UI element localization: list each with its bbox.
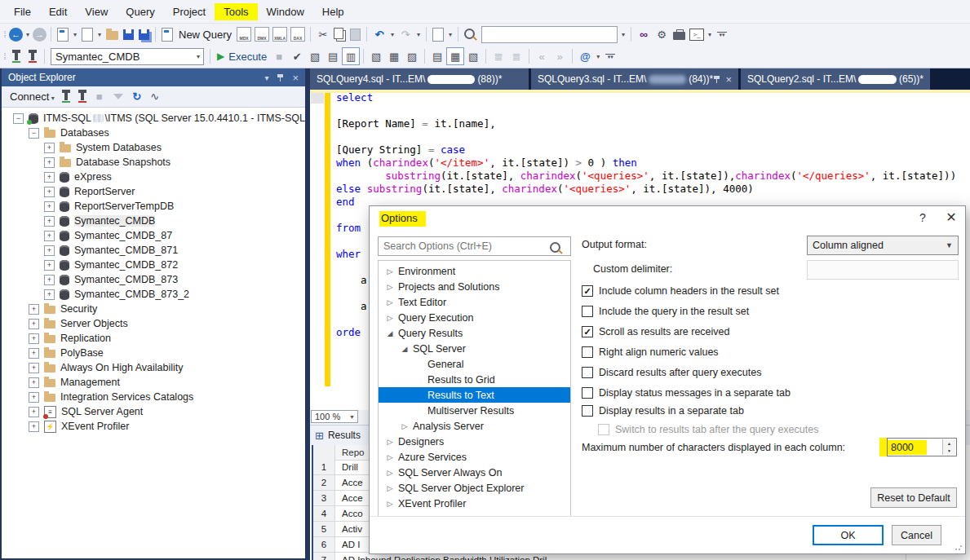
expander-icon[interactable]: + xyxy=(29,407,39,417)
options-tree-item-sql-server[interactable]: ◢SQL Server xyxy=(379,341,570,356)
tree-item-replication[interactable]: +Replication xyxy=(2,331,305,346)
spinner-buttons[interactable]: ▲▼ xyxy=(942,439,955,455)
expander-icon[interactable]: + xyxy=(44,143,55,153)
oe-disconnect-icon[interactable] xyxy=(81,93,84,100)
pin-icon[interactable] xyxy=(713,75,720,84)
tree-item-xevent-profiler[interactable]: +⚡XEvent Profiler xyxy=(2,419,305,434)
tree-item-always-on-high-availability[interactable]: +Always On High Availability xyxy=(2,360,305,375)
cancel-button[interactable]: Cancel xyxy=(892,525,941,545)
options-tree-item-azure-services[interactable]: ▷Azure Services xyxy=(379,449,570,465)
change-connection-icon[interactable] xyxy=(31,53,34,60)
vs-logo-icon[interactable]: ∞ xyxy=(635,25,653,43)
oe-stop-icon[interactable]: ■ xyxy=(91,88,109,106)
dax-query-icon[interactable]: DAX xyxy=(290,27,305,42)
document-tab-3[interactable]: SQLQuery2.sql - IT...EM\ (65))* xyxy=(741,68,930,90)
expander-icon[interactable]: + xyxy=(44,289,55,300)
results-to-text-icon[interactable]: ▤ xyxy=(428,47,446,65)
new-query-label[interactable]: New Query xyxy=(179,29,232,41)
options-search[interactable] xyxy=(378,236,571,256)
options-tree-item-query-execution[interactable]: ▷Query Execution xyxy=(379,310,570,325)
dmx-query-icon[interactable]: DMX xyxy=(255,27,269,42)
cancel-query-icon[interactable]: ■ xyxy=(270,47,288,65)
paste-icon[interactable] xyxy=(350,29,361,41)
expander-icon[interactable]: + xyxy=(44,245,55,256)
save-icon[interactable] xyxy=(123,29,134,40)
parse-icon[interactable]: ✔ xyxy=(288,47,306,65)
expander-icon[interactable]: + xyxy=(29,333,39,344)
outdent-icon[interactable]: « xyxy=(533,47,551,65)
tree-item-databases[interactable]: −Databases xyxy=(2,126,305,140)
resize-grip[interactable] xyxy=(954,543,963,551)
collapsed-arrow-icon[interactable]: ▷ xyxy=(385,469,395,477)
execute-button[interactable]: ▶Execute xyxy=(217,51,267,63)
expander-icon[interactable]: + xyxy=(29,363,39,373)
reset-to-default-button[interactable]: Reset to Default xyxy=(870,487,957,508)
undo-caret[interactable]: ▾ xyxy=(388,31,396,38)
checkbox-box[interactable] xyxy=(582,387,593,399)
expander-icon[interactable]: + xyxy=(44,157,55,168)
options-tree-item-environment[interactable]: ▷Environment xyxy=(379,263,570,279)
collapsed-arrow-icon[interactable]: ▷ xyxy=(385,500,395,508)
mdx-query-icon[interactable]: MDX xyxy=(237,27,251,42)
expander-icon[interactable]: + xyxy=(44,231,55,241)
spin-down-icon[interactable]: ▼ xyxy=(943,448,955,456)
expander-icon[interactable]: − xyxy=(13,113,24,124)
oe-connect-icon[interactable] xyxy=(64,93,68,100)
help-icon[interactable]: ? xyxy=(915,211,931,224)
open-file-icon[interactable] xyxy=(106,31,118,40)
expanded-arrow-icon[interactable]: ◢ xyxy=(400,345,410,353)
new-file-icon[interactable] xyxy=(57,28,69,42)
expander-icon[interactable]: + xyxy=(29,377,39,388)
menu-window[interactable]: Window xyxy=(258,3,313,20)
results-tab[interactable]: Results xyxy=(328,430,361,441)
sqlcmd-mode-icon[interactable]: @ xyxy=(576,47,594,65)
checkbox-box[interactable] xyxy=(582,346,593,358)
options-tree-item-analysis-server[interactable]: ▷Analysis Server xyxy=(379,418,570,434)
command-window-caret[interactable]: ▾ xyxy=(706,31,714,38)
database-combo[interactable]: Symantec_CMDB▾ xyxy=(51,48,204,65)
expander-icon[interactable]: + xyxy=(44,216,55,227)
document-tab-1[interactable]: SQLQuery4.sql - IT...EM\ (88))* xyxy=(310,68,529,90)
tree-item-symantec-cmdb-871[interactable]: +Symantec_CMDB_871 xyxy=(2,243,305,258)
toolbar-overflow-icon[interactable]: ▾▾ xyxy=(605,54,615,60)
collapsed-arrow-icon[interactable]: ▷ xyxy=(385,314,395,322)
checkbox-right-align-numeric-values[interactable]: Right align numeric values xyxy=(582,346,719,359)
toolbar-overflow-icon[interactable]: ▾▾ xyxy=(717,32,727,37)
undo-icon[interactable]: ↶ xyxy=(370,25,388,43)
query-options-icon[interactable]: ▤ xyxy=(324,47,342,65)
ok-button[interactable]: OK xyxy=(813,525,884,545)
add-item-caret[interactable]: ▾ xyxy=(95,31,104,38)
save-all-icon[interactable] xyxy=(139,29,149,40)
menu-view[interactable]: View xyxy=(76,3,117,20)
checkbox-include-column-headers-in-the-result-set[interactable]: ✓Include column headers in the result se… xyxy=(582,284,779,298)
checkbox-box[interactable] xyxy=(582,405,593,417)
options-tree-item-query-results[interactable]: ◢Query Results xyxy=(379,325,570,341)
display-estimated-plan-icon[interactable]: ▧ xyxy=(306,47,324,65)
collapsed-arrow-icon[interactable]: ▷ xyxy=(385,267,395,276)
connect-object-explorer-icon[interactable] xyxy=(15,53,18,60)
tree-item-express[interactable]: +eXpress xyxy=(2,170,305,184)
toolbox-icon[interactable] xyxy=(673,32,685,40)
tree-item-server[interactable]: −ITMS-SQL\ITMS (SQL Server 15.0.4410.1 -… xyxy=(2,111,305,126)
options-tree-item-results-to-grid[interactable]: Results to Grid xyxy=(379,372,570,387)
output-format-combo[interactable]: Column aligned ▼ xyxy=(807,236,959,255)
tree-item-polybase[interactable]: +PolyBase xyxy=(2,346,305,360)
redo-icon[interactable]: ↷ xyxy=(396,25,414,43)
selection-options-icon[interactable] xyxy=(432,28,444,42)
tree-item-reportserver[interactable]: +ReportServer xyxy=(2,184,305,199)
tree-item-symantec-cmdb[interactable]: +Symantec_CMDB xyxy=(2,214,305,228)
close-icon[interactable]: × xyxy=(725,73,732,86)
navigate-forward-icon[interactable]: → xyxy=(33,28,47,42)
oe-activity-monitor-icon[interactable]: ∿ xyxy=(146,88,164,106)
options-tree-item-sql-server-always-on[interactable]: ▷SQL Server Always On xyxy=(379,465,570,480)
copy-icon[interactable] xyxy=(334,28,343,39)
tree-item-management[interactable]: +Management xyxy=(2,375,305,390)
options-tree-item-multiserver-results[interactable]: Multiserver Results xyxy=(379,403,570,418)
results-pane-icon[interactable]: ▥ xyxy=(342,47,360,65)
tree-item-symantec-cmdb-87[interactable]: +Symantec_CMDB_87 xyxy=(2,228,305,243)
tree-item-symantec-cmdb-872[interactable]: +Symantec_CMDB_872 xyxy=(2,258,305,272)
menu-project[interactable]: Project xyxy=(164,3,215,20)
options-tree-item-designers[interactable]: ▷Designers xyxy=(379,434,570,449)
expander-icon[interactable]: + xyxy=(29,392,39,403)
indent-icon[interactable]: » xyxy=(551,47,569,65)
